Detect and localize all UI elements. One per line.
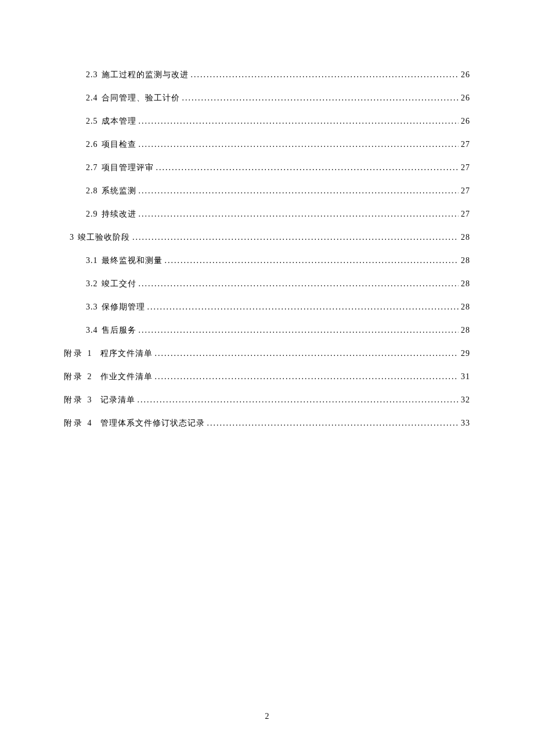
toc-title: 竣工交付: [102, 279, 136, 289]
toc-title: 项目管理评审: [102, 163, 154, 173]
toc-entry: 2.4 合同管理、验工计价 ..........................…: [64, 93, 470, 103]
toc-title: 施工过程的监测与改进: [102, 70, 189, 80]
appendix-label: 附录 4: [64, 418, 93, 429]
toc-entry: 2.5 成本管理 ...............................…: [64, 116, 470, 127]
toc-page-number: 26: [461, 93, 470, 103]
appendix-label: 附录 1: [64, 348, 93, 359]
toc-leader-dots: ........................................…: [191, 70, 459, 80]
toc-leader-dots: ........................................…: [138, 395, 459, 405]
toc-entry: 3 竣工验收阶段 ...............................…: [64, 232, 470, 243]
toc-entry: 2.9 持续改进 ...............................…: [64, 209, 470, 219]
appendix-title: 程序文件清单: [100, 348, 153, 359]
toc-leader-dots: ........................................…: [207, 419, 459, 428]
toc-title: 竣工验收阶段: [78, 232, 130, 243]
toc-number: 2.3: [86, 70, 98, 80]
toc-leader-dots: ........................................…: [165, 256, 459, 265]
document-page: 2.3 施工过程的监测与改进 .........................…: [0, 0, 534, 429]
toc-leader-dots: ........................................…: [139, 117, 459, 126]
toc-leader-dots: ........................................…: [147, 303, 459, 312]
toc-leader-dots: ........................................…: [156, 163, 459, 172]
toc-leader-dots: ........................................…: [139, 140, 459, 149]
toc-number: 2.4: [86, 93, 98, 103]
appendix-label: 附录 3: [64, 395, 93, 405]
toc-page-number: 26: [461, 70, 470, 80]
toc-appendix-entry: 附录 4 管理体系文件修订状态记录 ......................…: [64, 418, 470, 429]
toc-title: 最终监视和测量: [102, 255, 163, 266]
toc-leader-dots: ........................................…: [155, 349, 459, 358]
toc-entry: 2.6 项目检查 ...............................…: [64, 139, 470, 150]
toc-title: 保修期管理: [102, 302, 145, 312]
toc-title: 持续改进: [102, 209, 136, 219]
toc-page-number: 28: [461, 303, 470, 312]
toc-entry: 2.3 施工过程的监测与改进 .........................…: [64, 70, 470, 80]
toc-page-number: 31: [461, 372, 470, 381]
page-number: 2: [0, 712, 534, 721]
toc-appendix-entry: 附录 2 作业文件清单 ............................…: [64, 372, 470, 382]
toc-number: 2.9: [86, 210, 98, 219]
toc-page-number: 29: [461, 349, 470, 358]
toc-page-number: 32: [461, 395, 470, 405]
appendix-title: 作业文件清单: [100, 372, 153, 382]
toc-leader-dots: ........................................…: [132, 233, 459, 242]
toc-title: 合同管理、验工计价: [102, 93, 180, 103]
toc-number: 3.4: [86, 326, 98, 335]
toc-page-number: 27: [461, 163, 470, 172]
appendix-label: 附录 2: [64, 372, 93, 382]
toc-page-number: 28: [461, 279, 470, 289]
toc-number: 3.3: [86, 303, 98, 312]
toc-entry: 2.8 系统监测 ...............................…: [64, 186, 470, 196]
toc-number: 2.5: [86, 117, 98, 126]
toc-number: 3.1: [86, 256, 98, 265]
toc-title: 项目检查: [102, 139, 136, 150]
toc-appendix-entry: 附录 1 程序文件清单 ............................…: [64, 348, 470, 359]
toc-page-number: 27: [461, 140, 470, 149]
toc-leader-dots: ........................................…: [139, 326, 459, 335]
table-of-contents: 2.3 施工过程的监测与改进 .........................…: [64, 70, 470, 429]
toc-leader-dots: ........................................…: [139, 210, 459, 219]
toc-appendix-entry: 附录 3 记录清单 ..............................…: [64, 395, 470, 405]
toc-entry: 3.1 最终监视和测量 ............................…: [64, 255, 470, 266]
toc-page-number: 28: [461, 256, 470, 265]
toc-title: 售后服务: [102, 325, 136, 336]
toc-page-number: 26: [461, 117, 470, 126]
toc-number: 2.8: [86, 186, 98, 196]
toc-leader-dots: ........................................…: [182, 93, 459, 103]
toc-leader-dots: ........................................…: [155, 372, 459, 381]
toc-number: 3: [70, 233, 74, 242]
toc-page-number: 28: [461, 233, 470, 242]
toc-leader-dots: ........................................…: [139, 279, 459, 289]
toc-entry: 3.2 竣工交付 ...............................…: [64, 279, 470, 289]
toc-title: 系统监测: [102, 186, 136, 196]
toc-page-number: 33: [461, 419, 470, 428]
toc-page-number: 27: [461, 210, 470, 219]
toc-leader-dots: ........................................…: [139, 186, 459, 196]
toc-entry: 3.4 售后服务 ...............................…: [64, 325, 470, 336]
toc-entry: 3.3 保修期管理 ..............................…: [64, 302, 470, 312]
toc-page-number: 28: [461, 326, 470, 335]
toc-number: 2.7: [86, 163, 98, 172]
toc-title: 成本管理: [102, 116, 136, 127]
toc-entry: 2.7 项目管理评审 .............................…: [64, 163, 470, 173]
appendix-title: 记录清单: [100, 395, 135, 405]
toc-number: 3.2: [86, 279, 98, 289]
appendix-title: 管理体系文件修订状态记录: [100, 418, 205, 429]
toc-number: 2.6: [86, 140, 98, 149]
toc-page-number: 27: [461, 186, 470, 196]
